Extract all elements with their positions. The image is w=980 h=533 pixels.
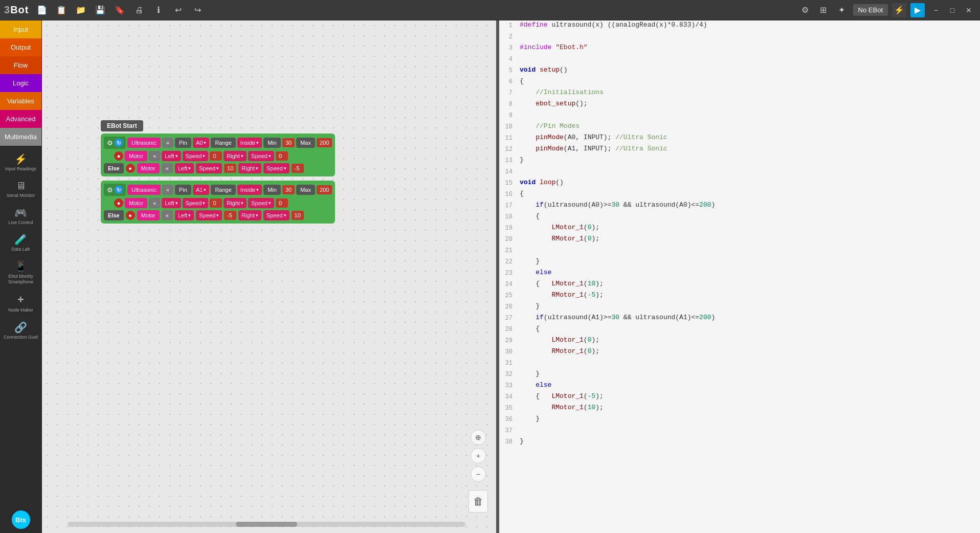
pin-a0-dropdown[interactable]: A0 [193,138,209,148]
right-speed-2a[interactable]: 0 [276,198,288,208]
no-ebot-button[interactable]: No EBot [853,4,888,16]
ultrasonic-chip-2[interactable]: Ultrasonic [127,185,161,195]
speed-dropdown-2a[interactable]: Speed [183,198,209,208]
sidebar-item-advanced[interactable]: Advanced [0,110,41,128]
code-line: 17 if(ultrasound(A0)>=30 && ultrasound(A… [499,201,980,212]
motor-chip-1b[interactable]: Motor [137,163,160,173]
left-speed-2a[interactable]: 0 [210,198,222,208]
right-dropdown-1b[interactable]: Right [238,163,261,173]
canvas-area[interactable]: EBot Start ⚙ ↻ Ultrasonic « Pin A0 Range… [42,20,496,533]
open-file-button[interactable]: 📋 [54,3,69,17]
canvas-center-button[interactable]: ⊕ [471,430,486,445]
ebot-play-button[interactable]: ▶ [910,3,925,17]
range-inside-dropdown-1[interactable]: Inside [237,138,262,148]
code-line: 13 } [499,156,980,167]
code-line: 25 RMotor_1(-5); [499,291,980,302]
maximize-button[interactable]: □ [945,3,960,17]
arrow-chip-1a: « [149,151,160,161]
else-row-2: Else ● Motor « Left Speed -5 Right Speed… [104,210,332,220]
arrow-chip-2b: « [162,210,173,220]
undo-button[interactable]: ↩ [171,3,185,17]
sidebar-item-logic[interactable]: Logic [0,74,41,92]
code-line: 32 } [499,369,980,381]
left-dropdown-2a[interactable]: Left [162,198,181,208]
redo-button[interactable]: ↪ [190,3,205,17]
speed-right-dropdown-2a[interactable]: Speed [248,198,274,208]
min-value-1[interactable]: 30 [282,138,295,147]
start-block[interactable]: EBot Start [101,120,143,131]
block-group-1[interactable]: ⚙ ↻ Ultrasonic « Pin A0 Range Inside Min… [101,134,335,176]
pin-a1-dropdown[interactable]: A1 [193,185,209,195]
left-speed-2b[interactable]: -5 [224,211,236,220]
close-button[interactable]: ✕ [962,3,976,17]
max-value-2[interactable]: 200 [317,185,332,194]
left-dropdown-1b[interactable]: Left [175,163,194,173]
pin-label-1: Pin [175,138,191,148]
code-line: 35 RMotor_1(10); [499,403,980,414]
block-group-2[interactable]: ⚙ ↻ Ultrasonic « Pin A1 Range Inside Min… [101,181,335,224]
info-button[interactable]: ℹ [151,3,166,17]
code-editor[interactable]: 1 #define ultrasound(x) ((analogRead(x)*… [499,20,980,533]
serial-monitor-tool[interactable]: 🖥 Serial Monitor [0,177,41,202]
right-dropdown-1a[interactable]: Right [224,151,247,161]
left-dropdown-2b[interactable]: Left [175,210,194,220]
ultrasonic-chip-1[interactable]: Ultrasonic [127,138,161,148]
canvas-scrollbar-thumb[interactable] [236,522,297,527]
max-value-1[interactable]: 200 [317,138,332,147]
speed-right-dropdown-2b[interactable]: Speed [263,210,289,220]
canvas-scrollbar[interactable] [68,522,465,527]
left-dropdown-1a[interactable]: Left [162,151,181,161]
sidebar-item-input[interactable]: Input [0,20,41,38]
bookmark-button[interactable]: 🔖 [113,3,127,17]
motor-chip-1a[interactable]: Motor [125,151,147,161]
sidebar-item-output[interactable]: Output [0,38,41,56]
right-dropdown-2b[interactable]: Right [238,210,261,220]
ebot-blockly-tool[interactable]: 📱 Ebot blockly Smartphone [0,257,41,288]
connection-guid-tool[interactable]: 🔗 Connection Guid [0,318,41,343]
code-line: 21 [499,246,980,257]
left-speed-1b[interactable]: 10 [224,164,236,173]
speed-dropdown-2b[interactable]: Speed [196,210,222,220]
else-label-2: Else [104,210,124,220]
live-control-tool[interactable]: 🎮 Live Control [0,204,41,229]
settings-button[interactable]: ⚙ [798,3,812,17]
node-maker-icon: + [17,293,24,306]
motor-chip-2a[interactable]: Motor [125,198,147,208]
data-lab-tool[interactable]: 🧪 Data Lab [0,230,41,255]
grid-button[interactable]: ⊞ [816,3,831,17]
ebot-connect-button[interactable]: ⚡ [892,3,906,17]
code-line: 10 //Pin Modes [499,122,980,133]
titlebar-right: ⚙ ⊞ ✦ No EBot ⚡ ▶ − □ ✕ [798,3,976,17]
canvas-zoom-out-button[interactable]: − [471,467,486,482]
code-line: 19 LMotor_1(0); [499,223,980,234]
sidebar-item-variables[interactable]: Variables [0,92,41,110]
right-speed-1a[interactable]: 0 [276,151,288,161]
new-file-button[interactable]: 📄 [35,3,49,17]
right-speed-2b[interactable]: 10 [292,211,304,220]
avatar[interactable]: Bts [12,510,30,529]
node-maker-tool[interactable]: + Node Maker [0,290,41,316]
open-folder-button[interactable]: 📁 [74,3,88,17]
speed-dropdown-1b[interactable]: Speed [196,163,222,173]
plugin-button[interactable]: ✦ [835,3,849,17]
sidebar-item-flow[interactable]: Flow [0,56,41,74]
canvas-zoom-in-button[interactable]: + [471,448,486,463]
min-value-2[interactable]: 30 [282,185,295,194]
motor-chip-2b[interactable]: Motor [137,210,160,220]
left-speed-1a[interactable]: 0 [210,151,222,161]
save-button[interactable]: 💾 [93,3,107,17]
speed-dropdown-1a[interactable]: Speed [183,151,209,161]
speed-right-dropdown-1b[interactable]: Speed [263,163,289,173]
print-button[interactable]: 🖨 [132,3,146,17]
minimize-button[interactable]: − [929,3,943,17]
sidebar-item-multimedia[interactable]: Multimedia [0,128,41,146]
code-line: 7 //Initialisations [499,88,980,99]
range-inside-dropdown-2[interactable]: Inside [237,185,262,195]
arrow-left-chip-2: « [162,185,173,195]
speed-right-dropdown-1a[interactable]: Speed [248,151,274,161]
input-readings-tool[interactable]: ⚡ Input Readings [0,150,41,175]
right-speed-1b[interactable]: -5 [292,164,304,173]
trash-button[interactable]: 🗑 [469,490,488,513]
block-row-motor-2a: ● Motor « Left Speed 0 Right Speed 0 [114,198,332,208]
right-dropdown-2a[interactable]: Right [224,198,247,208]
